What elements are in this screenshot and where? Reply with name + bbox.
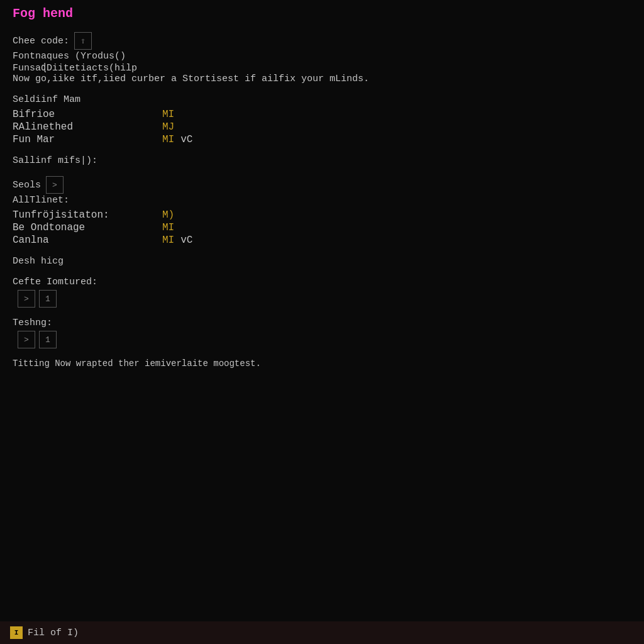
sallinf-section: Sallinf mifs|): bbox=[13, 155, 631, 166]
teshng-label: Teshng: bbox=[13, 318, 631, 328]
funsad-line: FunsaɖDiitetiacts(hilp bbox=[13, 62, 631, 74]
field-canlna-name: Canlna bbox=[13, 235, 157, 246]
field-row-canlna: Canlna MI vC bbox=[13, 235, 631, 246]
seldiinf-section: Seldiinf Mam Bifrioe MI RAlinethed MJ Fu… bbox=[13, 94, 631, 145]
field-bifrioe-value: MI bbox=[162, 109, 174, 120]
cefte-section: Cefte Iomtured: > 1 bbox=[13, 277, 631, 308]
seols-section: Seols > bbox=[13, 176, 631, 194]
field-fun-mar-name: Fun Mar bbox=[13, 134, 157, 145]
field-be-ondtonage-value: MI bbox=[162, 222, 174, 233]
field-be-ondtonage-name: Be Ondtonage bbox=[13, 222, 157, 233]
field-row-be-ondtonage: Be Ondtonage MI bbox=[13, 222, 631, 233]
field-canlna-extra: vC bbox=[180, 235, 192, 246]
field-row-ralinethed: RAlinethed MJ bbox=[13, 121, 631, 133]
alltlinet-header: AllTlinet: bbox=[13, 195, 631, 206]
field-row-tunfrojisitaton: Tunfröjisitaton: M) bbox=[13, 209, 631, 221]
field-tunfrojisitaton-name: Tunfröjisitaton: bbox=[13, 209, 157, 221]
field-ralinethed-value: MJ bbox=[162, 121, 174, 133]
field-canlna-value: MI bbox=[162, 235, 174, 246]
bottom-text: Fil of I) bbox=[28, 628, 79, 638]
fontnaques-line: Fontnaques (Yrodus() bbox=[13, 51, 631, 62]
alltlinet-section: AllTlinet: Tunfröjisitaton: M) Be Ondton… bbox=[13, 195, 631, 246]
cefte-arrow-button[interactable]: > bbox=[18, 290, 35, 308]
field-fun-mar-value: MI bbox=[162, 134, 174, 145]
desh-section: Desh hicg bbox=[13, 256, 631, 267]
chee-code-section: Chee code: ⇧ bbox=[13, 32, 631, 50]
footer-note: Titting Now wrapted ther iemiverlaite mo… bbox=[13, 358, 631, 369]
sallinf-label: Sallinf mifs|): bbox=[13, 155, 631, 166]
now-go-line: Now go,iike itf,iied curber a Stortisest… bbox=[13, 74, 631, 84]
teshng-controls: > 1 bbox=[13, 331, 631, 348]
chee-code-label: Chee code: bbox=[13, 36, 69, 47]
bottom-icon: I bbox=[10, 626, 23, 639]
cefte-number-box: 1 bbox=[39, 290, 57, 308]
field-row-fun-mar: Fun Mar MI vC bbox=[13, 134, 631, 145]
cefte-label: Cefte Iomtured: bbox=[13, 277, 631, 287]
seols-icon-button[interactable]: > bbox=[46, 176, 64, 194]
field-bifrioe-name: Bifrioe bbox=[13, 109, 157, 120]
field-row-bifrioe: Bifrioe MI bbox=[13, 109, 631, 120]
cefte-controls: > 1 bbox=[13, 290, 631, 308]
chee-code-icon-button[interactable]: ⇧ bbox=[74, 32, 92, 50]
desh-label: Desh hicg bbox=[13, 256, 631, 267]
teshng-section: Teshng: > 1 bbox=[13, 318, 631, 348]
field-tunfrojisitaton-value: M) bbox=[162, 209, 174, 221]
seldiinf-mam-header: Seldiinf Mam bbox=[13, 94, 631, 105]
page-title: Fog hend bbox=[13, 6, 631, 21]
bottom-bar: I Fil of I) bbox=[0, 621, 644, 644]
field-fun-mar-extra: vC bbox=[180, 134, 192, 145]
intro-section: Fontnaques (Yrodus() FunsaɖDiitetiacts(h… bbox=[13, 51, 631, 84]
teshng-arrow-button[interactable]: > bbox=[18, 331, 35, 348]
teshng-number-box: 1 bbox=[39, 331, 57, 348]
field-ralinethed-name: RAlinethed bbox=[13, 121, 157, 133]
seols-label: Seols bbox=[13, 180, 41, 191]
